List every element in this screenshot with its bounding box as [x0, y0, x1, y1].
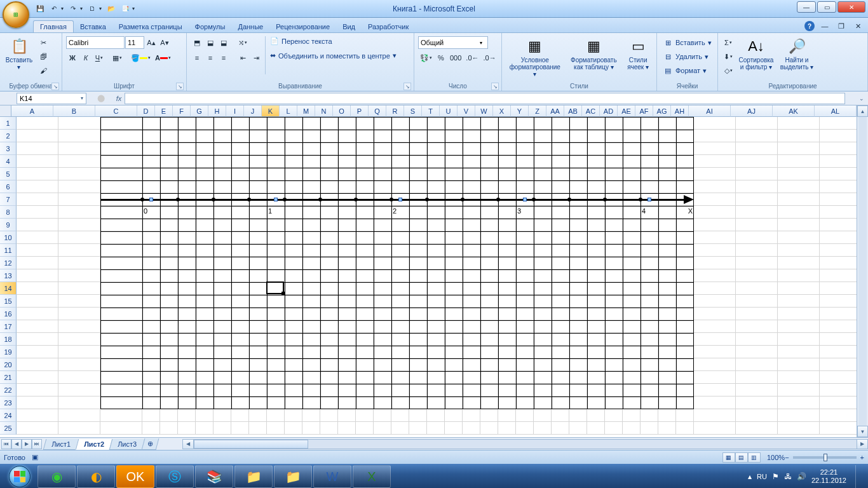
taskbar-skype[interactable]: Ⓢ — [156, 465, 194, 488]
row-header-12[interactable]: 12 — [0, 257, 17, 269]
cells-grid[interactable]: 01234X — [17, 117, 857, 437]
tab-insert[interactable]: Вставка — [74, 21, 112, 32]
col-header-AI[interactable]: AI — [689, 105, 731, 117]
number-format-select[interactable] — [418, 36, 488, 49]
col-header-AG[interactable]: AG — [653, 105, 671, 117]
col-header-AA[interactable]: AA — [546, 105, 564, 117]
insert-cells-button[interactable]: ⊞Вставить ▾ — [661, 36, 714, 49]
redo-icon[interactable]: ↷ — [66, 2, 80, 16]
row-header-3[interactable]: 3 — [0, 142, 17, 155]
row-header-17[interactable]: 17 — [0, 320, 17, 333]
row-header-10[interactable]: 10 — [0, 231, 17, 244]
workbook-restore-icon[interactable]: ❐ — [835, 20, 848, 32]
col-header-D[interactable]: D — [137, 105, 155, 117]
col-header-N[interactable]: N — [315, 105, 333, 117]
conditional-formatting-button[interactable]: ▦ Условное форматирование ▾ — [505, 35, 566, 79]
row-header-24[interactable]: 24 — [0, 409, 17, 422]
align-right-icon[interactable]: ≡ — [217, 51, 230, 64]
col-header-C[interactable]: C — [95, 105, 137, 117]
font-color-icon[interactable]: A — [153, 51, 173, 64]
maximize-button[interactable]: ▭ — [817, 1, 836, 13]
col-header-V[interactable]: V — [458, 105, 475, 117]
qat-customize-icon[interactable]: ▾ — [132, 6, 137, 11]
col-header-AB[interactable]: AB — [564, 105, 582, 117]
row-headers[interactable]: 1234567891011121314151617181920212223242… — [0, 117, 17, 437]
col-header-U[interactable]: U — [440, 105, 458, 117]
accounting-format-icon[interactable]: 💱 — [418, 51, 434, 64]
row-header-9[interactable]: 9 — [0, 219, 17, 231]
ribbon-minimize-icon[interactable]: — — [818, 20, 831, 32]
row-header-20[interactable]: 20 — [0, 358, 17, 371]
row-header-6[interactable]: 6 — [0, 180, 17, 193]
scroll-down-icon[interactable]: ▼ — [857, 426, 868, 437]
col-header-I[interactable]: I — [226, 105, 244, 117]
copy-icon[interactable]: 🗐 — [37, 50, 50, 63]
row-header-25[interactable]: 25 — [0, 422, 17, 435]
tray-clock[interactable]: 22:21 22.11.2012 — [811, 468, 846, 485]
taskbar-app-1[interactable]: ◉ — [37, 465, 76, 488]
save-icon[interactable]: 💾 — [33, 2, 47, 16]
decrease-font-icon[interactable]: A▾ — [158, 36, 171, 49]
underline-button[interactable]: Ч — [93, 51, 105, 64]
wrap-text-button[interactable]: 📄Перенос текста — [268, 36, 398, 46]
taskbar-word[interactable]: W — [313, 465, 351, 488]
action-center-icon[interactable]: ⚑ — [772, 472, 779, 481]
align-top-icon[interactable]: ⬒ — [191, 36, 203, 49]
row-header-15[interactable]: 15 — [0, 295, 17, 308]
zoom-out-icon[interactable]: − — [785, 454, 789, 461]
delete-cells-button[interactable]: ⊟Удалить ▾ — [661, 50, 714, 63]
zoom-slider[interactable]: − + — [785, 454, 864, 461]
col-header-X[interactable]: X — [493, 105, 511, 117]
row-header-5[interactable]: 5 — [0, 168, 17, 180]
col-header-Y[interactable]: Y — [511, 105, 529, 117]
col-header-M[interactable]: M — [297, 105, 315, 117]
taskbar-explorer-2[interactable]: 📁 — [274, 465, 312, 488]
col-header-AK[interactable]: AK — [773, 105, 815, 117]
row-header-21[interactable]: 21 — [0, 371, 17, 384]
borders-icon[interactable]: ▦ — [111, 51, 124, 64]
row-header-11[interactable]: 11 — [0, 244, 17, 257]
col-header-AF[interactable]: AF — [635, 105, 653, 117]
cell-styles-button[interactable]: ▭ Стили ячеек ▾ — [622, 35, 654, 72]
hscroll-thumb[interactable] — [194, 440, 308, 449]
find-select-button[interactable]: 🔎 Найти и выделить ▾ — [776, 35, 817, 72]
increase-decimal-icon[interactable]: .0← — [464, 51, 480, 64]
select-all-corner[interactable] — [0, 105, 11, 117]
row-header-19[interactable]: 19 — [0, 346, 17, 358]
tab-data[interactable]: Данные — [231, 21, 269, 32]
taskbar-winrar[interactable]: 📚 — [195, 465, 233, 488]
col-header-G[interactable]: G — [191, 105, 208, 117]
row-header-22[interactable]: 22 — [0, 384, 17, 396]
bold-button[interactable]: Ж — [66, 51, 79, 64]
zoom-in-icon[interactable]: + — [860, 454, 864, 461]
row-header-2[interactable]: 2 — [0, 130, 17, 142]
minimize-button[interactable]: — — [797, 1, 816, 13]
language-indicator[interactable]: RU — [757, 473, 767, 480]
decrease-indent-icon[interactable]: ⇤ — [236, 51, 249, 64]
decrease-decimal-icon[interactable]: .0→ — [482, 51, 498, 64]
row-header-1[interactable]: 1 — [0, 117, 17, 130]
page-break-view-icon[interactable]: ▥ — [748, 452, 761, 463]
start-button[interactable] — [3, 464, 37, 488]
last-sheet-icon[interactable]: ⏭ — [32, 439, 42, 449]
orientation-icon[interactable]: ⤭ — [236, 36, 249, 49]
col-header-E[interactable]: E — [155, 105, 173, 117]
paste-button[interactable]: 📋 Вставить▾ — [3, 35, 36, 72]
align-left-icon[interactable]: ≡ — [191, 51, 203, 64]
scroll-left-icon[interactable]: ◀ — [182, 439, 194, 449]
col-header-J[interactable]: J — [244, 105, 262, 117]
tab-page-layout[interactable]: Разметка страницы — [112, 21, 189, 32]
new-sheet-button[interactable]: ⊕ — [142, 438, 159, 450]
col-header-Z[interactable]: Z — [529, 105, 546, 117]
col-header-T[interactable]: T — [422, 105, 440, 117]
close-button[interactable]: ✕ — [837, 1, 865, 13]
normal-view-icon[interactable]: ▦ — [722, 452, 735, 463]
macro-record-icon[interactable]: ▣ — [32, 453, 38, 461]
alignment-launcher-icon[interactable]: ↘ — [403, 83, 411, 90]
next-sheet-icon[interactable]: ▶ — [22, 439, 32, 449]
number-line-axis[interactable] — [100, 199, 688, 201]
name-box[interactable]: K14▾ — [17, 93, 86, 104]
new-icon[interactable]: 🗋 — [85, 2, 99, 16]
format-painter-icon[interactable]: 🖌 — [37, 64, 50, 77]
comma-format-icon[interactable]: 000 — [448, 51, 463, 64]
